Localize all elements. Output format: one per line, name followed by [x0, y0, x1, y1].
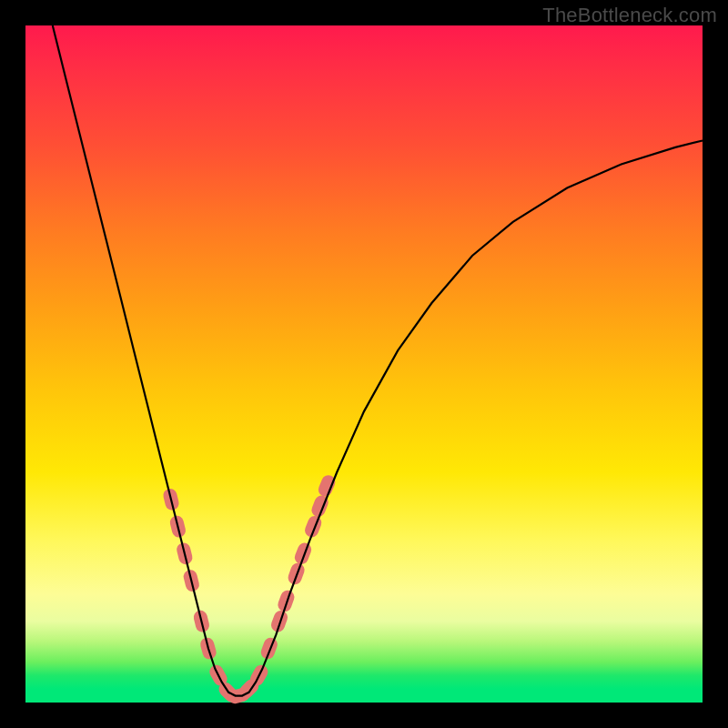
curve-bead: [276, 589, 296, 614]
chart-frame: TheBottleneck.com: [0, 0, 728, 728]
chart-overlay: [25, 25, 703, 703]
bead-group: [162, 473, 338, 705]
watermark-text: TheBottleneck.com: [542, 4, 717, 27]
curve-bead: [259, 636, 279, 662]
curve-bead: [293, 541, 314, 566]
curve-bead: [269, 609, 289, 634]
curve-bead: [303, 514, 324, 540]
bottleneck-curve: [53, 25, 703, 696]
